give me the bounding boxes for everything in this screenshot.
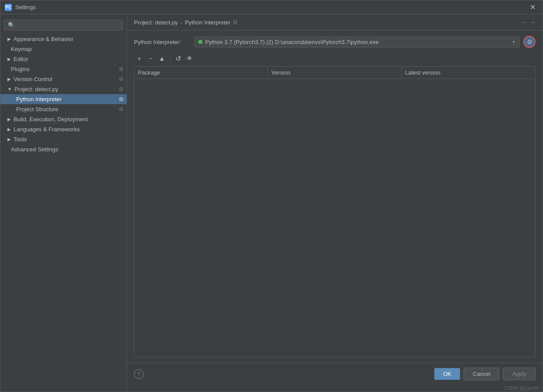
refresh-button[interactable]: ↺ <box>173 53 183 64</box>
sidebar-item-editor[interactable]: ▶ Editor <box>0 54 127 64</box>
project-icon: ⊟ <box>119 86 123 92</box>
sidebar-item-build-execution[interactable]: ▶ Build, Execution, Deployment <box>0 114 127 124</box>
main-content: 🔍 ▶ Appearance & Behavior Keymap ▶ Edito… <box>0 14 543 392</box>
sidebar-item-label: Project Structure <box>16 106 58 112</box>
breadcrumb: Project: detect.py › Python Interpreter … <box>134 19 237 26</box>
header-latest: Latest version <box>402 67 535 78</box>
interpreter-label: Python Interpreter: <box>134 39 191 45</box>
bottom-right: OK Cancel Apply <box>434 368 536 380</box>
sidebar-item-keymap[interactable]: Keymap <box>0 44 127 54</box>
forward-icon[interactable]: → <box>529 19 536 26</box>
search-icon: 🔍 <box>8 22 15 28</box>
cancel-button[interactable]: Cancel <box>464 368 499 380</box>
interpreter-row: Python Interpreter: Python 3.7 (Pytorch3… <box>134 36 536 48</box>
search-box[interactable]: 🔍 <box>4 20 123 31</box>
panel-header: Project: detect.py › Python Interpreter … <box>127 14 543 31</box>
ok-button[interactable]: OK <box>434 368 460 380</box>
gear-button[interactable]: ⚙ <box>523 36 536 48</box>
sidebar: 🔍 ▶ Appearance & Behavior Keymap ▶ Edito… <box>0 14 127 392</box>
show-paths-button[interactable]: 👁 <box>184 53 195 64</box>
back-icon[interactable]: ← <box>522 19 528 26</box>
pi-icon: ⊟ <box>119 96 123 102</box>
sidebar-item-project-detect[interactable]: ▼ Project: detect.py ⊟ <box>0 84 127 94</box>
sidebar-item-plugins[interactable]: Plugins ⊟ <box>0 64 127 74</box>
sidebar-item-label: Editor <box>14 56 28 62</box>
titlebar-left: PC Settings <box>5 4 36 11</box>
bottom-bar: ? OK Cancel Apply <box>127 363 543 385</box>
settings-window: PC Settings ✕ 🔍 ▶ Appearance & Behavior … <box>0 0 543 392</box>
chevron-right-icon: ▶ <box>7 37 11 41</box>
main-panel: Project: detect.py › Python Interpreter … <box>127 14 543 392</box>
chevron-down-icon: ▼ <box>7 87 12 92</box>
sidebar-item-label: Appearance & Behavior <box>14 36 73 42</box>
interpreter-value: Python 3.7 (Pytorch3.7) (2) D:\anaconda\… <box>205 39 509 45</box>
chevron-right-icon: ▶ <box>7 137 11 142</box>
up-button[interactable]: ▲ <box>157 53 167 64</box>
sidebar-item-label: Advanced Settings <box>11 146 58 153</box>
sidebar-item-appearance[interactable]: ▶ Appearance & Behavior <box>0 34 127 44</box>
chevron-right-icon: ▶ <box>7 77 11 82</box>
titlebar: PC Settings ✕ <box>0 0 543 14</box>
table-body[interactable] <box>134 79 535 357</box>
apply-button[interactable]: Apply <box>503 368 536 380</box>
chevron-right-icon: ▶ <box>7 57 11 61</box>
app-icon: PC <box>5 4 12 11</box>
toolbar-separator <box>170 55 170 62</box>
window-title: Settings <box>15 4 36 10</box>
packages-toolbar: + − ▲ ↺ 👁 <box>134 53 536 64</box>
sidebar-item-label: Keymap <box>11 46 32 52</box>
add-package-button[interactable]: + <box>134 53 144 64</box>
chevron-right-icon: ▶ <box>7 127 11 132</box>
table-header: Package Version Latest version <box>134 67 535 79</box>
interpreter-status-dot <box>198 40 203 44</box>
plugins-icon: ⊟ <box>119 66 123 72</box>
chevron-right-icon: ▶ <box>7 117 11 122</box>
bottom-left: ? <box>134 369 144 379</box>
sidebar-item-label: Project: detect.py <box>14 86 58 92</box>
interpreter-dropdown[interactable]: Python 3.7 (Pytorch3.7) (2) D:\anaconda\… <box>194 37 520 48</box>
sidebar-item-label: Python Interpreter <box>16 96 62 102</box>
header-version: Version <box>268 67 402 78</box>
dropdown-arrow-icon: ▼ <box>512 40 516 44</box>
breadcrumb-page[interactable]: Python Interpreter <box>185 19 230 26</box>
help-button[interactable]: ? <box>134 369 144 379</box>
pin-icon: ⊟ <box>233 19 237 25</box>
packages-table: Package Version Latest version <box>134 66 536 358</box>
watermark: CSDN @Cain50 <box>127 385 543 392</box>
ps-icon: ⊟ <box>119 106 123 112</box>
close-button[interactable]: ✕ <box>527 2 538 12</box>
sidebar-item-tools[interactable]: ▶ Tools <box>0 134 127 144</box>
sidebar-item-project-structure[interactable]: Project Structure ⊟ <box>0 104 127 114</box>
inner-panel: Project: detect.py › Python Interpreter … <box>127 14 543 392</box>
header-package: Package <box>134 67 268 78</box>
sidebar-item-languages[interactable]: ▶ Languages & Frameworks <box>0 124 127 134</box>
sidebar-item-label: Version Control <box>14 76 52 82</box>
remove-package-button[interactable]: − <box>145 53 156 64</box>
sidebar-item-version-control[interactable]: ▶ Version Control ⊟ <box>0 74 127 84</box>
panel-body: Python Interpreter: Python 3.7 (Pytorch3… <box>127 31 543 363</box>
sidebar-item-python-interpreter[interactable]: Python Interpreter ⊟ <box>0 94 127 104</box>
breadcrumb-separator: › <box>180 19 182 26</box>
sidebar-item-advanced-settings[interactable]: Advanced Settings <box>0 144 127 154</box>
vc-icon: ⊟ <box>119 76 123 82</box>
sidebar-item-label: Languages & Frameworks <box>14 126 80 133</box>
search-input[interactable] <box>17 22 119 28</box>
sidebar-item-label: Tools <box>14 136 27 143</box>
sidebar-item-label: Build, Execution, Deployment <box>14 116 88 123</box>
breadcrumb-project[interactable]: Project: detect.py <box>134 19 178 26</box>
sidebar-item-label: Plugins <box>11 66 30 72</box>
